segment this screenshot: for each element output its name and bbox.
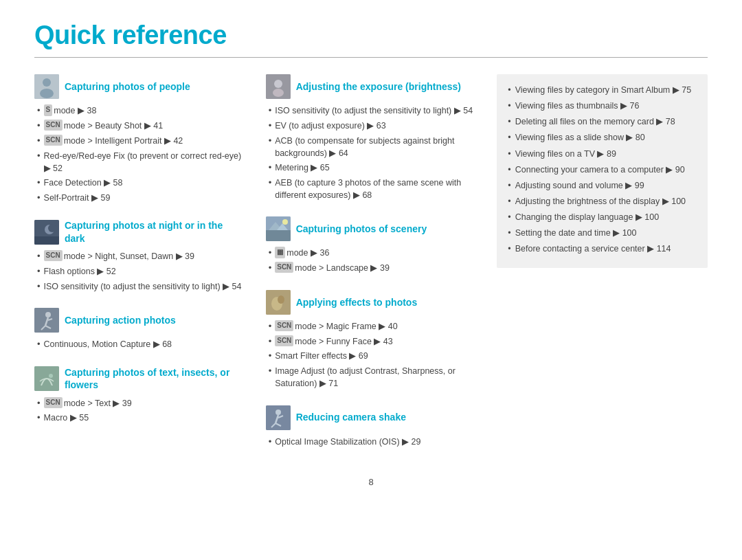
svg-point-17	[273, 89, 284, 97]
icon-applying-effects	[266, 290, 291, 315]
mode-icon: ▦	[275, 247, 285, 258]
section-header-scenery: Capturing photos of scenery	[266, 216, 477, 241]
section-header-shake: Reducing camera shake	[266, 405, 477, 430]
svg-point-25	[278, 295, 284, 304]
svg-point-2	[40, 89, 54, 98]
list-item: Red-eye/Red-eye Fix (to prevent or corre…	[37, 150, 245, 175]
list-item: SCN mode > Night, Sunset, Dawn ▶ 39	[37, 250, 245, 263]
icon-capturing-people	[34, 74, 59, 99]
section-title-text: Capturing photos of text, insects, or fl…	[65, 366, 245, 391]
column-1: Capturing photos of people S mode ▶ 38 S…	[34, 74, 245, 463]
list-item: Adjusting the brightness of the display …	[508, 195, 697, 208]
right-panel: Viewing files by category in Smart Album…	[497, 74, 708, 268]
section-header-people: Capturing photos of people	[34, 74, 245, 99]
mode-icon: SCN	[44, 250, 63, 262]
svg-point-27	[276, 410, 281, 415]
list-scenery: ▦ mode ▶ 36 SCN mode > Landscape ▶ 39	[266, 247, 477, 275]
section-header-night: Capturing photos at night or in the dark	[34, 219, 245, 244]
page-number: 8	[34, 477, 708, 487]
icon-capturing-action	[34, 308, 59, 333]
section-header-action: Capturing action photos	[34, 308, 245, 333]
right-panel-list: Viewing files by category in Smart Album…	[508, 84, 697, 255]
list-item: Setting the date and time ▶ 100	[508, 227, 697, 239]
section-title-night: Capturing photos at night or in the dark	[65, 219, 245, 244]
list-night: SCN mode > Night, Sunset, Dawn ▶ 39 Flas…	[34, 250, 245, 293]
section-capturing-people: Capturing photos of people S mode ▶ 38 S…	[34, 74, 245, 204]
list-item: SCN mode > Text ▶ 39	[37, 397, 245, 410]
section-title-effects: Applying effects to photos	[296, 296, 418, 309]
list-item: Optical Image Stabilization (OIS) ▶ 29	[269, 436, 477, 449]
section-header-exposure: Adjusting the exposure (brightness)	[266, 74, 477, 99]
list-item: Face Detection ▶ 58	[37, 177, 245, 190]
list-item: SCN mode > Funny Face ▶ 43	[269, 335, 477, 348]
list-item: Changing the display language ▶ 100	[508, 211, 697, 223]
list-effects: SCN mode > Magic Frame ▶ 40 SCN mode > F…	[266, 320, 477, 390]
list-item: Flash options ▶ 52	[37, 265, 245, 278]
section-capturing-action: Capturing action photos Continuous, Moti…	[34, 308, 245, 351]
section-title-people: Capturing photos of people	[65, 80, 190, 93]
list-item: AEB (to capture 3 photos of the same sce…	[269, 177, 477, 201]
section-capturing-scenery: Capturing photos of scenery ▦ mode ▶ 36 …	[266, 216, 477, 275]
icon-reducing-shake	[266, 405, 291, 430]
list-shake: Optical Image Stabilization (OIS) ▶ 29	[266, 436, 477, 449]
main-content: Capturing photos of people S mode ▶ 38 S…	[34, 74, 708, 463]
mode-icon: SCN	[275, 335, 293, 347]
svg-point-8	[45, 312, 51, 317]
list-item: S mode ▶ 38	[37, 104, 245, 117]
mode-icon: SCN	[275, 320, 293, 332]
icon-adjusting-exposure	[266, 74, 291, 99]
svg-point-1	[43, 78, 51, 87]
list-action: Continuous, Motion Capture ▶ 68	[34, 338, 245, 351]
mode-icon: SCN	[44, 120, 63, 131]
list-item: ISO sensitivity (to adjust the sensitivi…	[37, 280, 245, 293]
list-item: SCN mode > Intelligent Portrait ▶ 42	[37, 135, 245, 148]
list-item: ISO sensitivity (to adjust the sensitivi…	[269, 104, 477, 117]
section-title-exposure: Adjusting the exposure (brightness)	[296, 80, 461, 93]
list-text: SCN mode > Text ▶ 39 Macro ▶ 55	[34, 397, 245, 425]
list-item: ACB (to compensate for subjects against …	[269, 135, 477, 159]
page-title: Quick reference	[34, 21, 708, 50]
section-title-shake: Reducing camera shake	[296, 411, 406, 423]
icon-capturing-night	[34, 220, 59, 245]
list-item: Macro ▶ 55	[37, 412, 245, 425]
svg-point-22	[282, 219, 288, 225]
list-people: S mode ▶ 38 SCN mode > Beauty Shot ▶ 41 …	[34, 104, 245, 204]
mode-icon: SCN	[275, 262, 293, 273]
list-item: Viewing files by category in Smart Album…	[508, 84, 697, 96]
list-item: Connecting your camera to a computer ▶ 9…	[508, 164, 697, 176]
list-item: Viewing files on a TV ▶ 89	[508, 148, 697, 160]
list-item: Adjusting sound and volume ▶ 99	[508, 179, 697, 192]
section-header-effects: Applying effects to photos	[266, 290, 477, 315]
section-adjusting-exposure: Adjusting the exposure (brightness) ISO …	[266, 74, 477, 201]
list-item: Before contacting a service center ▶ 114	[508, 243, 697, 255]
svg-point-14	[49, 374, 53, 378]
column-3: Viewing files by category in Smart Album…	[497, 74, 708, 463]
list-item: Self-Portrait ▶ 59	[37, 192, 245, 205]
list-item: Smart Filter effects ▶ 69	[269, 350, 477, 363]
section-header-text: Capturing photos of text, insects, or fl…	[34, 366, 245, 391]
section-title-action: Capturing action photos	[65, 314, 176, 326]
mode-icon: SCN	[44, 135, 63, 146]
svg-point-5	[48, 224, 56, 232]
mode-icon: S	[44, 104, 53, 116]
list-item: Viewing files as thumbnails ▶ 76	[508, 100, 697, 112]
section-capturing-night: Capturing photos at night or in the dark…	[34, 219, 245, 293]
section-title-scenery: Capturing photos of scenery	[296, 223, 427, 235]
list-item: ▦ mode ▶ 36	[269, 247, 477, 260]
list-item: Deleting all files on the memory card ▶ …	[508, 115, 697, 128]
list-item: Metering ▶ 65	[269, 161, 477, 175]
list-item: SCN mode > Magic Frame ▶ 40	[269, 320, 477, 333]
svg-rect-6	[34, 236, 59, 245]
list-item: SCN mode > Landscape ▶ 39	[269, 262, 477, 275]
icon-capturing-scenery	[266, 216, 291, 241]
svg-rect-19	[266, 230, 291, 241]
list-item: EV (to adjust exposure) ▶ 63	[269, 120, 477, 133]
mode-icon: SCN	[44, 397, 63, 409]
section-applying-effects: Applying effects to photos SCN mode > Ma…	[266, 290, 477, 390]
list-exposure: ISO sensitivity (to adjust the sensitivi…	[266, 104, 477, 201]
divider	[34, 57, 708, 58]
section-reducing-shake: Reducing camera shake Optical Image Stab…	[266, 405, 477, 449]
list-item: Viewing files as a slide show ▶ 80	[508, 131, 697, 144]
icon-capturing-text	[34, 366, 59, 391]
section-capturing-text: Capturing photos of text, insects, or fl…	[34, 366, 245, 425]
